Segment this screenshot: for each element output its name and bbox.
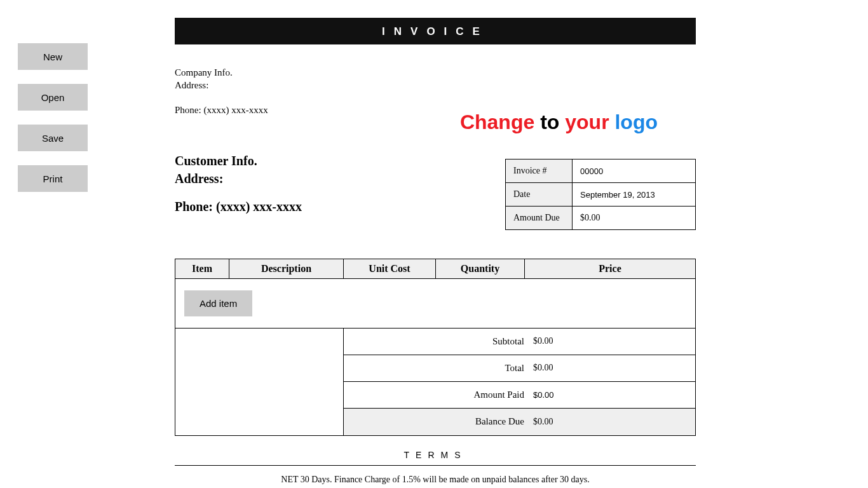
total-value: $0.00 — [533, 363, 695, 373]
add-item-cell: Add item — [175, 278, 696, 328]
col-quantity: Quantity — [436, 259, 525, 278]
terms-heading: TERMS — [175, 450, 696, 466]
toolbar: New Open Save Print — [18, 43, 88, 192]
save-button[interactable]: Save — [18, 125, 88, 151]
balance-due-label: Balance Due — [344, 416, 533, 427]
open-button[interactable]: Open — [18, 84, 88, 111]
balance-due-value: $0.00 — [533, 417, 695, 427]
logo-placeholder[interactable]: Change to your logo — [460, 111, 658, 134]
balance-due-row: Balance Due $0.00 — [344, 409, 695, 435]
invoice-date-value[interactable]: September 19, 2013 — [573, 183, 696, 207]
company-address: Address: — [175, 79, 696, 92]
subtotal-row: Subtotal $0.00 — [344, 329, 695, 355]
add-item-button[interactable]: Add item — [184, 290, 252, 316]
total-label: Total — [344, 363, 533, 374]
company-info: Company Info. Address: Phone: (xxxx) xxx… — [175, 66, 696, 116]
logo-word-2: to — [540, 111, 559, 133]
print-button[interactable]: Print — [18, 165, 88, 192]
amount-paid-row: Amount Paid $0.00 — [344, 382, 695, 409]
new-button[interactable]: New — [18, 43, 88, 70]
col-item: Item — [175, 259, 229, 278]
invoice-date-label: Date — [506, 183, 573, 207]
logo-word-4: logo — [614, 111, 658, 133]
logo-word-3: your — [565, 111, 609, 133]
invoice-title-bar: INVOICE — [175, 18, 696, 44]
col-unit-cost: Unit Cost — [344, 259, 436, 278]
logo-word-1: Change — [460, 111, 534, 133]
amount-due-label: Amount Due — [506, 207, 573, 230]
amount-paid-label: Amount Paid — [344, 390, 533, 400]
invoice-document: INVOICE Company Info. Address: Phone: (x… — [175, 18, 696, 485]
totals-section: Subtotal $0.00 Total $0.00 Amount Paid $… — [175, 329, 696, 436]
subtotal-label: Subtotal — [344, 336, 533, 347]
company-name: Company Info. — [175, 66, 696, 79]
invoice-number-label: Invoice # — [506, 159, 573, 183]
col-price: Price — [525, 259, 696, 278]
amount-due-value: $0.00 — [573, 207, 696, 230]
total-row: Total $0.00 — [344, 355, 695, 382]
items-table: Item Description Unit Cost Quantity Pric… — [175, 259, 696, 329]
invoice-number-value[interactable]: 00000 — [573, 159, 696, 183]
subtotal-value: $0.00 — [533, 336, 695, 346]
totals-spacer — [175, 329, 344, 435]
amount-paid-value[interactable]: $0.00 — [533, 390, 695, 400]
invoice-meta-table: Invoice # 00000 Date September 19, 2013 … — [505, 159, 696, 230]
terms-text: NET 30 Days. Finance Charge of 1.5% will… — [175, 475, 696, 485]
col-description: Description — [229, 259, 344, 278]
totals-rows: Subtotal $0.00 Total $0.00 Amount Paid $… — [344, 329, 695, 435]
